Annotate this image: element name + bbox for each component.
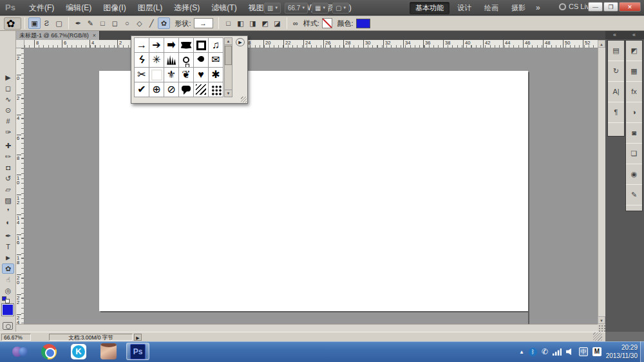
taskbar-photoshop[interactable]: Ps [126,343,149,360]
workspace-overflow-icon[interactable]: » [533,3,543,12]
shape-layers-mode[interactable]: ▣ [28,17,41,29]
tool-preset-picker[interactable]: ✿ ▾ [4,17,21,30]
workspace-0[interactable]: 基本功能 [410,2,450,14]
custom-shape-button[interactable]: ✿ [158,17,170,29]
history-panel[interactable]: ↻ [608,66,624,77]
vertical-scrollbar[interactable]: ▲ ▼ [598,40,605,324]
status-menu-icon[interactable]: ▶ [134,334,142,341]
shape-picker-scrollbar[interactable]: ▲ ▼ [224,37,232,97]
pen-tool-button[interactable]: ✒ [72,17,84,29]
shape-blank-frame[interactable] [149,68,164,82]
shape-light-bulb[interactable] [179,53,194,68]
volume-icon[interactable] [566,348,574,356]
menu-item-0[interactable]: 文件(F) [23,0,60,15]
window-resize-grip[interactable] [593,332,602,341]
path-select-tool[interactable]: ► [2,252,14,263]
exclude-shape-button[interactable]: ◪ [271,17,283,29]
shape-pushpin[interactable] [194,53,209,68]
minimize-button[interactable]: — [588,2,603,12]
shape-banner[interactable] [179,38,194,53]
eraser-tool[interactable]: ▱ [2,184,14,195]
bluetooth-icon[interactable]: ᛒ [529,348,537,356]
shape-starburst[interactable]: ✳ [149,53,164,68]
scroll-down-icon[interactable]: ▼ [225,90,232,97]
close-button[interactable]: ✕ [619,2,641,12]
shape-frame[interactable] [194,38,209,53]
shape-dots-grid[interactable] [209,82,223,97]
phone-app-icon[interactable]: ✆ [542,347,548,356]
hand-tool[interactable]: ☝ [2,274,14,285]
shape-diagonal-stripes[interactable] [194,82,209,97]
gradient-tool[interactable]: ▨ [2,195,14,205]
scrollbar-thumb[interactable] [225,46,232,65]
lasso-tool[interactable]: ∿ [2,94,14,104]
shape-target[interactable]: ⊕ [149,82,164,97]
default-colors-icon[interactable] [2,296,11,303]
brush-tool[interactable]: ✏ [2,151,14,162]
collapse-panels-icon[interactable]: « [632,31,636,39]
new-shape-layer-button[interactable]: □ [222,17,234,29]
menu-item-3[interactable]: 图层(L) [132,0,169,15]
channels-panel[interactable]: ◉ [626,169,642,180]
blur-tool[interactable]: ❜ [2,206,14,216]
zoom-percent-field[interactable]: 66.67% [1,334,31,341]
eyedropper-tool[interactable]: ✑ [2,127,14,137]
intersect-shape-button[interactable]: ◩ [259,17,271,29]
layers-panel[interactable]: ❏ [626,148,642,159]
show-desktop-button[interactable] [640,341,644,362]
shape-lightning[interactable]: ϟ [135,53,149,68]
shape-arrow-1[interactable]: → [135,38,149,53]
workspace-3[interactable]: 摄影 [506,3,531,14]
color-panel[interactable]: ◩ [626,45,642,56]
panel-resize-grip[interactable] [241,97,247,102]
custom-shape-tool[interactable]: ✿ [2,263,14,274]
taskbar-clock[interactable]: 20:29 2013/11/30 [603,343,638,360]
add-to-shape-button[interactable]: ◧ [234,17,247,29]
paragraph-panel[interactable]: ¶ [608,107,624,118]
workspace-2[interactable]: 绘画 [479,3,504,14]
restore-button[interactable]: ❐ [603,2,618,12]
document-canvas[interactable] [99,71,528,311]
shape-heart[interactable]: ♥ [194,68,209,82]
foreground-color-swatch[interactable] [2,304,14,316]
network-signal-icon[interactable] [553,348,562,356]
shape-fleur-de-lis[interactable]: ⚜ [164,68,179,82]
shape-splat[interactable]: ✱ [209,68,223,82]
scroll-up-icon[interactable]: ▲ [225,38,232,45]
rectangle-tool-button[interactable]: □ [97,17,109,29]
fill-pixels-mode[interactable]: ▢ [53,17,65,29]
link-icon[interactable]: ∞ [293,19,298,27]
shape-scissors[interactable]: ✂ [135,68,149,82]
input-method-icon[interactable]: M [592,347,601,356]
rounded-rectangle-button[interactable]: ◻ [109,17,121,29]
ellipse-tool-button[interactable]: ○ [121,17,133,29]
picker-flyout-menu-icon[interactable]: ▶ [236,38,245,46]
styles-panel[interactable]: fx [626,86,642,97]
shape-speech-bubble[interactable] [179,82,194,97]
subtract-from-shape-button[interactable]: ◨ [247,17,259,29]
shape-arrow-3[interactable]: ➡ [164,38,179,53]
healing-brush-tool[interactable]: ✚ [2,140,14,151]
close-icon[interactable]: × [93,32,96,39]
scroll-up-icon[interactable]: ▲ [598,40,605,48]
collapse-panels-icon[interactable]: « [613,31,616,39]
taskbar-qq-avatar[interactable] [97,343,120,360]
line-tool-button[interactable]: ╱ [146,17,158,29]
marquee-tool[interactable]: ◻ [2,83,14,93]
dodge-tool[interactable]: ◐ [2,217,14,227]
arrange-documents-button[interactable]: ▦▾ [312,3,328,14]
menu-item-2[interactable]: 图像(I) [97,0,131,15]
masks-panel[interactable]: ◙ [626,128,642,138]
document-tab[interactable]: 未标题-1 @ 66.7%(RGB/8) × [16,31,100,40]
color-swatch[interactable] [356,19,370,28]
shape-musical-notes[interactable]: ♫ [209,38,223,53]
shape-checkmark[interactable]: ✔ [135,82,149,97]
zoom-level-dropdown[interactable]: 66.7▾ [285,3,308,14]
move-tool[interactable]: ▶ [2,72,14,82]
freeform-pen-button[interactable]: ✎ [84,17,97,29]
start-button[interactable] [9,343,31,360]
quick-select-tool[interactable]: ⊙ [2,105,14,115]
polygon-tool-button[interactable]: ◇ [133,17,146,29]
menu-item-4[interactable]: 选择(S) [168,0,205,15]
ime-indicator[interactable]: 中 [579,347,588,356]
